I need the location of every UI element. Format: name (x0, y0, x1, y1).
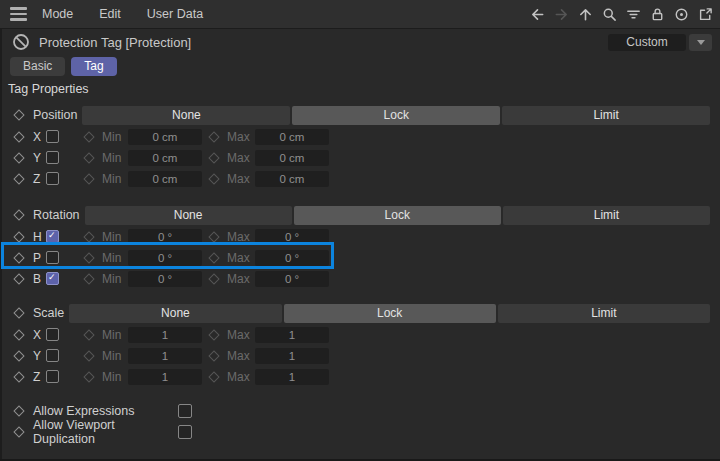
min-label: Min (102, 251, 126, 265)
external-link-icon[interactable] (697, 6, 713, 22)
segment-lock-button[interactable]: Lock (284, 304, 496, 323)
section-rotation: Rotation None Lock Limit H Min 0 ° Max 0… (0, 204, 720, 289)
max-value-field[interactable]: 0 cm (255, 171, 329, 187)
diamond-icon (208, 273, 219, 284)
min-value-field[interactable]: 1 (128, 348, 202, 364)
lock-icon[interactable] (649, 6, 665, 22)
segment-limit-button[interactable]: Limit (502, 106, 710, 125)
diamond-icon (83, 173, 94, 184)
max-value-field[interactable]: 0 cm (255, 150, 329, 166)
min-value-field[interactable]: 1 (128, 369, 202, 385)
axis-checkbox[interactable] (46, 328, 59, 341)
min-value-field[interactable]: 0 cm (128, 171, 202, 187)
axis-checkbox[interactable] (46, 172, 59, 185)
max-value-field[interactable]: 0 ° (255, 229, 329, 245)
preset-dropdown[interactable]: Custom (608, 34, 686, 51)
param-row-position-z: Z Min 0 cm Max 0 cm (0, 168, 720, 189)
min-value-field[interactable]: 1 (128, 327, 202, 343)
diamond-icon (208, 252, 219, 263)
position-header-row: Position None Lock Limit (0, 104, 720, 126)
min-value-field[interactable]: 0 cm (128, 129, 202, 145)
tab-basic[interactable]: Basic (10, 57, 65, 76)
max-label: Max (227, 172, 253, 186)
diamond-icon (208, 350, 219, 361)
segment-limit-button[interactable]: Limit (503, 206, 710, 225)
diamond-icon (208, 173, 219, 184)
chevron-down-icon (697, 40, 705, 45)
max-label: Max (227, 272, 253, 286)
forward-arrow-icon[interactable] (553, 6, 569, 22)
min-label: Min (102, 151, 126, 165)
param-row-position-x: X Min 0 cm Max 0 cm (0, 126, 720, 147)
allow-expressions-label: Allow Expressions (33, 404, 178, 418)
segment-lock-button[interactable]: Lock (292, 106, 500, 125)
max-value-field[interactable]: 1 (255, 348, 329, 364)
diamond-icon (83, 152, 94, 163)
hamburger-icon[interactable] (10, 7, 27, 21)
min-value-field[interactable]: 0 ° (128, 271, 202, 287)
axis-checkbox[interactable] (46, 230, 59, 243)
max-value-field[interactable]: 1 (255, 327, 329, 343)
axis-label: Y (33, 151, 46, 165)
segment-none-button[interactable]: None (82, 106, 290, 125)
min-value-field[interactable]: 0 ° (128, 229, 202, 245)
tab-tag[interactable]: Tag (71, 57, 116, 76)
axis-checkbox[interactable] (46, 151, 59, 164)
max-label: Max (227, 230, 253, 244)
axis-checkbox[interactable] (46, 272, 59, 285)
record-icon[interactable] (673, 6, 689, 22)
diamond-icon (208, 371, 219, 382)
filter-icon[interactable] (625, 6, 641, 22)
position-segment-control: None Lock Limit (82, 106, 710, 125)
menu-user-data[interactable]: User Data (136, 7, 214, 21)
back-arrow-icon[interactable] (529, 6, 545, 22)
diamond-icon (208, 231, 219, 242)
section-position: Position None Lock Limit X Min 0 cm Max … (0, 104, 720, 189)
menu-edit[interactable]: Edit (88, 7, 132, 21)
max-value-field[interactable]: 0 ° (255, 250, 329, 266)
menu-mode[interactable]: Mode (31, 7, 84, 21)
diamond-icon (13, 405, 24, 416)
max-label: Max (227, 151, 253, 165)
diamond-icon (83, 131, 94, 142)
axis-checkbox[interactable] (46, 130, 59, 143)
param-row-rotation-p: P Min 0 ° Max 0 ° (0, 247, 720, 268)
param-row-scale-y: Y Min 1 Max 1 (0, 345, 720, 366)
segment-none-button[interactable]: None (85, 206, 292, 225)
search-icon[interactable] (601, 6, 617, 22)
axis-label: X (33, 130, 46, 144)
axis-checkbox[interactable] (46, 251, 59, 264)
min-label: Min (102, 272, 126, 286)
min-value-field[interactable]: 0 cm (128, 150, 202, 166)
diamond-icon (83, 371, 94, 382)
diamond-icon (13, 131, 24, 142)
diamond-icon (13, 152, 24, 163)
axis-checkbox[interactable] (46, 349, 59, 362)
segment-lock-button[interactable]: Lock (294, 206, 501, 225)
segment-none-button[interactable]: None (69, 304, 281, 323)
scale-segment-control: None Lock Limit (69, 304, 710, 323)
diamond-icon (13, 307, 24, 318)
diamond-icon (13, 209, 24, 220)
menubar-icons (529, 6, 713, 22)
diamond-icon (13, 252, 24, 263)
allow-expressions-checkbox[interactable] (178, 404, 192, 418)
preset-dropdown-arrow[interactable] (689, 34, 712, 51)
diamond-icon (83, 252, 94, 263)
max-value-field[interactable]: 1 (255, 369, 329, 385)
min-label: Min (102, 130, 126, 144)
segment-limit-button[interactable]: Limit (498, 304, 710, 323)
diamond-icon (13, 371, 24, 382)
allow-viewport-duplication-checkbox[interactable] (178, 425, 192, 439)
diamond-icon (208, 329, 219, 340)
axis-checkbox[interactable] (46, 370, 59, 383)
max-value-field[interactable]: 0 cm (255, 129, 329, 145)
max-value-field[interactable]: 0 ° (255, 271, 329, 287)
scale-header-row: Scale None Lock Limit (0, 302, 720, 324)
param-row-position-y: Y Min 0 cm Max 0 cm (0, 147, 720, 168)
min-value-field[interactable]: 0 ° (128, 250, 202, 266)
up-arrow-icon[interactable] (577, 6, 593, 22)
attribute-manager-panel: Mode Edit User Data (0, 0, 720, 461)
axis-label: B (33, 272, 46, 286)
section-label: Rotation (33, 208, 80, 222)
